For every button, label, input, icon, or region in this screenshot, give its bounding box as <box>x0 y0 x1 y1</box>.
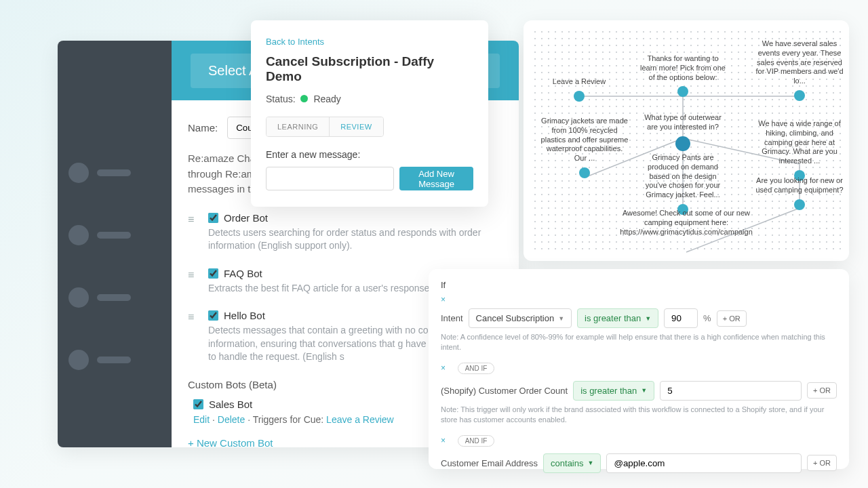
bot-description: Detects users searching for order status… <box>208 226 502 253</box>
status-dot-icon <box>300 95 308 102</box>
sidebar-item[interactable] <box>58 155 172 191</box>
add-or-button[interactable]: + OR <box>807 455 837 471</box>
intent-tabs: LEARNING REVIEW <box>266 117 384 137</box>
confidence-note: Note: A confidence level of 80%-99% for … <box>441 332 837 353</box>
add-new-message-button[interactable]: Add New Message <box>399 167 473 190</box>
drag-handle-icon[interactable]: ≡ <box>188 269 193 281</box>
intent-title: Cancel Subscription - Daffy Demo <box>266 54 473 84</box>
tab-learning[interactable]: LEARNING <box>267 117 330 136</box>
remove-condition-icon[interactable]: × <box>441 295 446 304</box>
flow-node[interactable]: Leave a Review <box>535 77 623 102</box>
intent-field-label: Intent <box>441 313 463 323</box>
back-to-intents-link[interactable]: Back to Intents <box>266 37 324 47</box>
delete-link[interactable]: Delete <box>218 414 245 425</box>
add-or-button[interactable]: + OR <box>807 382 837 399</box>
email-field-label: Customer Email Address <box>441 458 538 468</box>
email-value-input[interactable] <box>606 453 802 473</box>
flow-node[interactable]: Are you looking for new or used camping … <box>755 176 844 210</box>
edit-link[interactable]: Edit <box>193 414 210 425</box>
if-label: If <box>441 280 837 290</box>
remove-condition-icon[interactable]: × <box>441 363 446 373</box>
operator-select[interactable]: contains▼ <box>543 453 601 473</box>
trigger-cue-link[interactable]: Leave a Review <box>326 414 394 425</box>
new-message-label: Enter a new message: <box>266 149 473 160</box>
flow-diagram-panel: Leave a Review Thanks for wanting to lea… <box>524 20 849 261</box>
bot-checkbox[interactable] <box>208 310 218 321</box>
order-count-input[interactable] <box>660 381 802 401</box>
confidence-input[interactable] <box>664 308 698 328</box>
name-label: Name: <box>188 122 218 134</box>
sidebar-item[interactable] <box>58 217 172 253</box>
bot-row-order: ≡ Order Bot Detects users searching for … <box>188 212 502 253</box>
drag-handle-icon[interactable]: ≡ <box>188 311 193 323</box>
shopify-field-label: (Shopify) Customer Order Count <box>441 386 568 396</box>
triggers-label: Triggers for Cue: <box>253 414 324 425</box>
flow-node[interactable]: Awesome! Check out some of our new campi… <box>615 209 757 237</box>
bot-title: Hello Bot <box>224 310 265 321</box>
flow-node[interactable]: Thanks for wanting to learn more! Pick f… <box>639 54 727 97</box>
custom-bot-checkbox[interactable] <box>193 399 203 409</box>
status-row: Status: Ready <box>266 94 473 104</box>
operator-select[interactable]: is greater than▼ <box>573 381 654 401</box>
bot-checkbox[interactable] <box>208 213 218 223</box>
add-or-button[interactable]: + OR <box>717 310 747 327</box>
sidebar <box>58 41 172 447</box>
operator-select[interactable]: is greater than▼ <box>577 308 658 328</box>
custom-bot-title: Sales Bot <box>209 399 252 410</box>
flow-node[interactable]: Grimacy jackets are made from 100% recyc… <box>540 117 629 178</box>
intent-modal: Back to Intents Cancel Subscription - Da… <box>251 20 488 207</box>
flow-node[interactable]: What type of outerwear are you intereste… <box>639 113 727 151</box>
percent-label: % <box>703 313 711 323</box>
bot-title: Order Bot <box>224 212 268 224</box>
flow-node[interactable]: We have several sales events every year.… <box>755 39 844 101</box>
and-if-badge: AND IF <box>458 435 495 447</box>
flow-node[interactable]: We have a wide range of hiking, climbing… <box>755 119 844 181</box>
sidebar-item[interactable] <box>58 279 172 316</box>
intent-select[interactable]: Cancel Subscription▼ <box>469 308 572 328</box>
conditions-panel: If × Intent Cancel Subscription▼ is grea… <box>429 269 849 469</box>
tab-review[interactable]: REVIEW <box>330 117 382 136</box>
drag-handle-icon[interactable]: ≡ <box>188 214 193 226</box>
shopify-note: Note: This trigger will only work if the… <box>441 405 837 426</box>
sidebar-item[interactable] <box>58 342 172 378</box>
flow-node[interactable]: Grimacy Pants are produced on demand bas… <box>639 153 727 215</box>
and-if-badge: AND IF <box>458 363 495 374</box>
bot-checkbox[interactable] <box>208 268 218 279</box>
remove-condition-icon[interactable]: × <box>441 436 446 445</box>
bot-title: FAQ Bot <box>224 268 262 279</box>
new-message-input[interactable] <box>266 167 394 190</box>
